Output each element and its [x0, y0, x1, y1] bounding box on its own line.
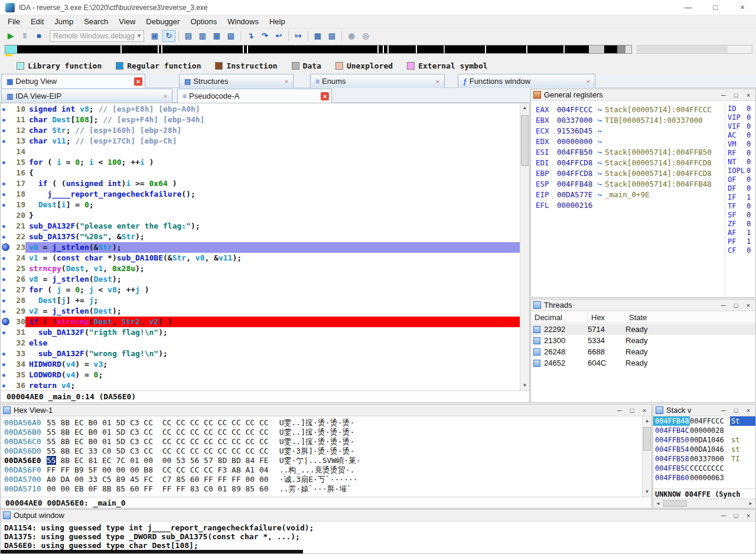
menu-item-edit[interactable]: Edit: [25, 16, 49, 27]
stack-hscrollbar[interactable]: ◄ ►: [653, 498, 755, 508]
flag-value[interactable]: 0: [747, 202, 751, 210]
tab-debug-view[interactable]: ▦Debug View×: [1, 74, 145, 88]
stack-address[interactable]: 004FFB54: [653, 445, 690, 454]
pseudocode-line[interactable]: 26v8 = j_strlen(Dest);: [1, 274, 520, 285]
navigation-band[interactable]: [5, 45, 632, 54]
pseudocode-line[interactable]: 30if ( !strncmp(Dest, Str2, v2) ): [1, 317, 520, 327]
pseudocode-line[interactable]: 13char v11; // [esp+17Ch] [ebp-Ch]: [1, 136, 520, 146]
pause-process-icon[interactable]: ‖: [18, 30, 31, 42]
hex-dump-icon[interactable]: ▩: [311, 30, 324, 42]
hex-bytes[interactable]: FF FF B9 5F 00 00 00 B8 CC CC CC CC F3 A…: [47, 465, 269, 475]
stack-address[interactable]: 004FFB4C: [653, 426, 690, 435]
pseudocode-line[interactable]: 20}: [1, 210, 520, 221]
register-row[interactable]: ESI004FFB50↪Stack[00005714]:004FFB50: [531, 147, 725, 158]
breakpoint-list-icon[interactable]: ▤: [182, 30, 195, 42]
register-value[interactable]: 00000216: [557, 200, 595, 211]
hex-row[interactable]: 00DA56C055 8B EC B0 01 5D C3 CC CC CC CC…: [1, 437, 642, 447]
flag-row[interactable]: RF0: [725, 149, 755, 158]
hex-bytes[interactable]: 00 00 EB 0F 8B 85 60 FF FF FF 83 C0 01 8…: [47, 484, 269, 494]
hexview-scrollbar[interactable]: ▲ ▼: [642, 416, 651, 497]
refresh-memory-icon[interactable]: ↻: [162, 30, 175, 42]
threads-column-hex[interactable]: Hex: [588, 312, 625, 322]
pseudocode-scrollbar[interactable]: ▲ ▼: [520, 103, 529, 390]
pseudocode-line[interactable]: 29v2 = j_strlen(Dest);: [1, 306, 520, 317]
threads-column-decimal[interactable]: Decimal: [531, 312, 588, 322]
close-button[interactable]: ×: [729, 0, 756, 15]
hex-row[interactable]: 00DA5700A0 DA 00 33 C5 89 45 FC C7 85 60…: [1, 475, 642, 484]
output-close-button[interactable]: ×: [744, 512, 753, 519]
breakpoint-marker[interactable]: [1, 242, 11, 253]
pseudocode-line[interactable]: 32else: [1, 338, 520, 348]
flag-value[interactable]: 0: [747, 149, 751, 157]
registers-close-button[interactable]: ×: [744, 92, 753, 99]
flag-row[interactable]: VIF0: [725, 122, 755, 131]
menu-item-debugger[interactable]: Debugger: [141, 16, 185, 27]
stack-row[interactable]: 004FFB4C00000028: [653, 426, 755, 435]
stack-address[interactable]: 004FFB5C: [653, 464, 690, 473]
minimize-button[interactable]: —: [674, 0, 702, 15]
registers-window-icon[interactable]: ▨: [325, 30, 338, 42]
register-row[interactable]: EFL00000216: [531, 200, 725, 211]
hex-row[interactable]: 00DA56F0FF FF B9 5F 00 00 00 B8 CC CC CC…: [1, 465, 642, 475]
register-row[interactable]: EBP004FFCD8↪Stack[00005714]:004FFCD8: [531, 168, 725, 179]
flag-row[interactable]: VIP0: [725, 113, 755, 122]
threads-close-button[interactable]: ×: [744, 302, 753, 309]
stack-close-button[interactable]: ×: [744, 407, 753, 414]
flag-row[interactable]: SF0: [725, 211, 755, 220]
register-row[interactable]: EBX00337000↪TIB[00005714]:00337000: [531, 115, 725, 126]
register-value[interactable]: 00337000: [557, 115, 595, 126]
step-into-icon[interactable]: ↴: [244, 30, 257, 42]
scroll-down-icon[interactable]: ▼: [643, 487, 651, 497]
flag-row[interactable]: ID0: [725, 105, 755, 113]
jump-arrow-icon[interactable]: ↪: [598, 148, 602, 157]
register-row[interactable]: ESP004FFB48↪Stack[00005714]:004FFB48: [531, 179, 725, 190]
flag-row[interactable]: OF0: [725, 175, 755, 184]
register-value[interactable]: 91536D45: [557, 126, 595, 136]
flag-row[interactable]: PF1: [725, 237, 755, 246]
pseudocode-line[interactable]: 25strncpy(Dest, v1, 0x28u);: [1, 263, 520, 274]
flag-value[interactable]: 0: [747, 105, 751, 113]
threads-column-state[interactable]: State: [625, 312, 755, 322]
menu-item-help[interactable]: Help: [264, 16, 291, 27]
flag-value[interactable]: 0: [747, 140, 751, 148]
flag-value[interactable]: 1: [747, 237, 751, 246]
hex-bytes[interactable]: 55 8B EC 33 C0 5D C3 CC CC CC CC CC CC C…: [47, 447, 269, 456]
flag-row[interactable]: VM0: [725, 140, 755, 149]
register-row[interactable]: EDI004FFCD8↪Stack[00005714]:004FFCD8: [531, 158, 725, 168]
jump-arrow-icon[interactable]: ↪: [598, 106, 602, 114]
register-value[interactable]: 004FFB50: [557, 147, 595, 158]
run-until-return-icon[interactable]: ↩: [272, 30, 285, 42]
thread-list-icon[interactable]: ▦: [210, 30, 223, 42]
pseudocode-line[interactable]: 24v1 = (const char *)sub_DA10BE(&Str, v0…: [1, 253, 520, 263]
pseudocode-line[interactable]: 18 j____report_rangecheckfailure();: [1, 189, 520, 200]
jump-arrow-icon[interactable]: ↪: [598, 191, 602, 199]
breakpoint-marker[interactable]: [1, 317, 11, 327]
flag-value[interactable]: 0: [747, 184, 751, 193]
scroll-thumb[interactable]: [663, 500, 687, 507]
scroll-thumb[interactable]: [643, 427, 651, 451]
hex-row[interactable]: 00DA56D055 8B EC 33 C0 5D C3 CC CC CC CC…: [1, 447, 642, 456]
continue-process-icon[interactable]: ▶: [4, 30, 17, 42]
flag-row[interactable]: NT0: [725, 158, 755, 167]
pseudocode-line[interactable]: 22sub_DA1375("%20s", &Str);: [1, 232, 520, 242]
pseudocode-line[interactable]: 21sub_DA132F("please enter the flag:");: [1, 221, 520, 232]
jump-arrow-icon[interactable]: ↪: [598, 159, 602, 167]
scroll-left-icon[interactable]: ◄: [653, 499, 663, 508]
tab-enums[interactable]: ≡Enums×: [310, 74, 445, 88]
pseudocode-line[interactable]: 35LODWORD(v4) = 0;: [1, 370, 520, 380]
menu-item-jump[interactable]: Jump: [49, 16, 79, 27]
chevron-down-icon[interactable]: ▼: [134, 32, 144, 39]
close-tab-icon[interactable]: ×: [282, 77, 291, 86]
pseudocode-line[interactable]: 27for ( j = 0; j < v8; ++j ): [1, 285, 520, 295]
breakpoint-icon[interactable]: [2, 318, 9, 325]
navband-scrollbar[interactable]: [637, 45, 752, 54]
flag-value[interactable]: 0: [747, 211, 751, 219]
flag-value[interactable]: 0: [747, 131, 751, 139]
pseudocode-line[interactable]: 14: [1, 146, 520, 157]
hex-bytes[interactable]: 55 8B EC 81 EC 7C 01 00 00 53 56 57 8D B…: [47, 456, 269, 465]
hex-bytes[interactable]: 55 8B EC B0 01 5D C3 CC CC CC CC CC CC C…: [47, 418, 269, 428]
scroll-down-icon[interactable]: ▼: [520, 381, 529, 390]
stack-address[interactable]: 004FFB50: [653, 435, 690, 445]
register-row[interactable]: EIP00DA577E↪_main_0+9E: [531, 190, 725, 200]
pseudocode-line[interactable]: 19 Dest[i] = 0;: [1, 200, 520, 210]
